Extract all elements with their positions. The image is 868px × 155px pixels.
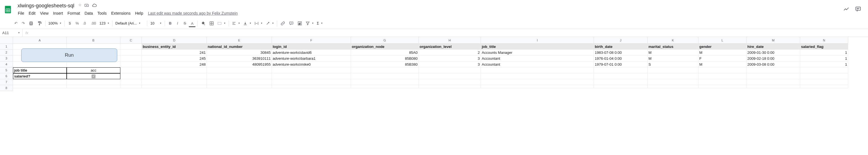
comment-icon[interactable] bbox=[287, 20, 295, 27]
merge-combo[interactable]: ▼ bbox=[216, 21, 227, 26]
cell[interactable]: hire_date bbox=[746, 44, 800, 50]
cell[interactable]: 363910111 bbox=[207, 55, 272, 62]
cell-jobtitle-label[interactable]: job title bbox=[13, 67, 67, 73]
cell[interactable]: organization_level bbox=[419, 44, 481, 50]
borders-icon[interactable] bbox=[208, 20, 216, 27]
functions-combo[interactable]: Σ▼ bbox=[316, 21, 324, 26]
cell[interactable] bbox=[142, 85, 207, 88]
cell[interactable] bbox=[481, 79, 594, 85]
cell[interactable]: 2009-03-08 0:00 bbox=[746, 62, 800, 67]
cell[interactable] bbox=[481, 85, 594, 88]
cell[interactable] bbox=[207, 67, 272, 73]
cell[interactable]: national_id_number bbox=[207, 44, 272, 50]
menu-extensions[interactable]: Extensions bbox=[109, 10, 132, 16]
cell[interactable]: gender bbox=[699, 44, 746, 50]
col-header[interactable]: E bbox=[207, 37, 272, 44]
cell[interactable]: job_title bbox=[481, 44, 594, 50]
cell[interactable]: M bbox=[699, 62, 746, 67]
select-all-corner[interactable] bbox=[0, 37, 13, 44]
cell[interactable]: F bbox=[699, 55, 746, 62]
cell[interactable] bbox=[351, 73, 419, 79]
cell[interactable] bbox=[207, 73, 272, 79]
cell[interactable]: 1 bbox=[800, 62, 848, 67]
cell[interactable] bbox=[120, 67, 142, 73]
zoom-combo[interactable]: 100%▼ bbox=[47, 21, 63, 26]
row-header[interactable]: 5 bbox=[0, 67, 13, 73]
cell[interactable] bbox=[142, 79, 207, 85]
col-header[interactable]: D bbox=[142, 37, 207, 44]
menu-tools[interactable]: Tools bbox=[95, 10, 109, 16]
row-header[interactable]: 8 bbox=[0, 85, 13, 91]
increase-decimal-icon[interactable]: .00 bbox=[89, 20, 98, 27]
cell[interactable]: M bbox=[648, 55, 699, 62]
col-header[interactable]: A bbox=[13, 37, 67, 44]
cell[interactable] bbox=[699, 73, 746, 79]
cell[interactable]: 1 bbox=[800, 55, 848, 62]
rotate-combo[interactable]: ▼ bbox=[265, 21, 275, 26]
cell[interactable] bbox=[67, 79, 120, 85]
menu-data[interactable]: Data bbox=[83, 10, 95, 16]
cell[interactable] bbox=[351, 79, 419, 85]
undo-icon[interactable]: ↶ bbox=[12, 20, 19, 27]
col-header[interactable]: K bbox=[648, 37, 699, 44]
cell[interactable]: 3 bbox=[419, 55, 481, 62]
cell[interactable] bbox=[699, 67, 746, 73]
row-header[interactable]: 6 bbox=[0, 73, 13, 79]
cell[interactable] bbox=[120, 85, 142, 88]
cell[interactable] bbox=[120, 55, 142, 62]
cell[interactable] bbox=[481, 67, 594, 73]
italic-icon[interactable]: I bbox=[174, 20, 181, 27]
cell[interactable] bbox=[746, 67, 800, 73]
cell[interactable] bbox=[419, 73, 481, 79]
more-formats-combo[interactable]: 123▼ bbox=[98, 21, 111, 26]
cell[interactable]: Accountant bbox=[481, 55, 594, 62]
cell[interactable] bbox=[594, 79, 648, 85]
cell[interactable]: adventure-works\david6 bbox=[272, 50, 351, 55]
cell[interactable] bbox=[120, 73, 142, 79]
cell[interactable]: 1 bbox=[800, 50, 848, 55]
move-icon[interactable] bbox=[85, 3, 89, 9]
cell[interactable] bbox=[699, 79, 746, 85]
cell[interactable] bbox=[699, 85, 746, 88]
cell[interactable] bbox=[648, 67, 699, 73]
text-color-icon[interactable]: A bbox=[189, 20, 195, 27]
cell[interactable] bbox=[272, 85, 351, 88]
name-box[interactable]: A11▼ bbox=[0, 29, 23, 37]
bold-icon[interactable]: B bbox=[167, 20, 174, 27]
print-icon[interactable] bbox=[27, 20, 35, 27]
cell[interactable]: login_id bbox=[272, 44, 351, 50]
cell[interactable] bbox=[272, 67, 351, 73]
cell-salaried-checkbox[interactable]: ✓ bbox=[67, 73, 120, 79]
cell[interactable] bbox=[142, 67, 207, 73]
col-header[interactable]: N bbox=[800, 37, 848, 44]
valign-combo[interactable]: ▼ bbox=[242, 21, 253, 26]
currency-icon[interactable]: $ bbox=[66, 20, 73, 27]
cell[interactable] bbox=[594, 67, 648, 73]
cell[interactable] bbox=[419, 85, 481, 88]
menu-insert[interactable]: Insert bbox=[51, 10, 65, 16]
cell[interactable] bbox=[746, 85, 800, 88]
cell[interactable] bbox=[120, 44, 142, 50]
cell[interactable]: S bbox=[648, 62, 699, 67]
cell[interactable] bbox=[800, 67, 848, 73]
cell[interactable] bbox=[207, 85, 272, 88]
cell[interactable] bbox=[648, 79, 699, 85]
cell[interactable]: 1983-07-08 0:00 bbox=[594, 50, 648, 55]
cell[interactable] bbox=[120, 50, 142, 55]
chart-icon[interactable] bbox=[296, 20, 304, 27]
cell[interactable] bbox=[351, 67, 419, 73]
cell[interactable] bbox=[13, 62, 67, 67]
cell[interactable]: 85B380 bbox=[351, 62, 419, 67]
cell[interactable]: 1979-07-01 0:00 bbox=[594, 62, 648, 67]
row-header[interactable]: 4 bbox=[0, 62, 13, 67]
col-header[interactable]: C bbox=[120, 37, 142, 44]
strikethrough-icon[interactable]: S bbox=[181, 20, 188, 27]
filter-combo[interactable]: ▼ bbox=[304, 21, 315, 26]
cell[interactable]: 2 bbox=[419, 50, 481, 55]
cell[interactable]: 248 bbox=[142, 62, 207, 67]
run-button[interactable]: Run bbox=[21, 48, 117, 62]
cell[interactable]: 30845 bbox=[207, 50, 272, 55]
decrease-decimal-icon[interactable]: .0 bbox=[81, 20, 88, 27]
cell[interactable] bbox=[419, 79, 481, 85]
cell[interactable] bbox=[67, 85, 120, 88]
